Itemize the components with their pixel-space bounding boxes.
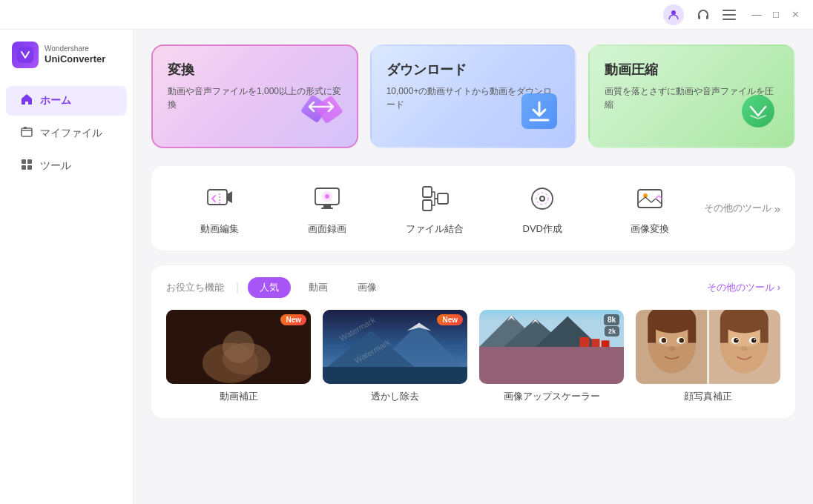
badge-8k: 8k [604,314,619,325]
thumb-face-img [636,310,780,384]
compress-icon [734,87,782,135]
sidebar-item-myfiles[interactable]: マイファイル [6,119,127,148]
svg-point-74 [751,338,757,343]
myfiles-icon [21,126,33,141]
title-bar: — □ ✕ [0,0,813,30]
file-merge-icon-box [417,181,452,216]
download-card[interactable]: ダウンロード 10,000+の動画サイトから動画をダウンロード [370,44,577,148]
logo-text: Wondershare UniConverter [45,44,105,65]
svg-point-73 [734,338,739,343]
svg-point-63 [679,338,685,343]
sidebar-item-tools-label: ツール [40,159,71,173]
tab-image[interactable]: 画像 [346,277,389,298]
svg-rect-22 [423,187,432,197]
svg-rect-23 [423,200,432,210]
thumb-watermark-remove[interactable]: Watermark Watermark New 透かし除去 [323,310,467,403]
sidebar-item-tools[interactable]: ツール [6,151,127,181]
thumb-video-correction-img: New [166,310,311,384]
logo-icon [12,42,39,68]
tool-file-merge[interactable]: ファイル結合 [381,181,489,236]
tool-image-convert[interactable]: 画像変換 [596,181,704,236]
svg-rect-41 [323,367,467,384]
face-correction-label: 顔写真補正 [636,390,780,403]
feature-cards: 変換 動画や音声ファイルを1,000以上の形式に変換 [151,44,795,148]
more-tools-label: その他のツール [704,202,771,215]
tool-video-edit-label: 動画編集 [200,222,239,236]
menu-icon[interactable] [723,8,736,21]
image-convert-icon-box [632,181,668,216]
svg-point-0 [671,10,676,15]
svg-rect-7 [22,159,26,164]
svg-rect-24 [438,193,448,204]
tab-video[interactable]: 動画 [297,277,340,298]
video-edit-icon-box [202,181,237,216]
tab-popular[interactable]: 人気 [248,277,291,298]
svg-rect-59 [688,319,696,343]
tool-image-convert-label: 画像変換 [631,222,669,236]
compress-title: 動画圧縮 [605,61,779,79]
convert-icon [297,87,345,135]
sidebar-item-myfiles-label: マイファイル [40,127,102,140]
tool-file-merge-label: ファイル結合 [406,222,464,236]
home-icon [21,93,33,108]
svg-point-76 [754,339,755,340]
svg-rect-8 [27,159,32,164]
close-button[interactable]: ✕ [789,9,801,21]
tabs-more-label[interactable]: その他のツール › [707,281,780,294]
main-content: 変換 動画や音声ファイルを1,000以上の形式に変換 [134,30,813,504]
logo-product: UniConverter [45,53,105,65]
svg-rect-2 [723,14,736,16]
user-icon[interactable] [663,4,684,25]
tool-dvd-create[interactable]: DVD作成 [489,181,596,236]
thumb-face-correction[interactable]: 顔写真補正 [636,310,780,403]
svg-rect-3 [723,19,736,20]
svg-rect-5 [22,128,32,136]
logo-area: Wondershare UniConverter [0,42,133,83]
sidebar-item-home[interactable]: ホーム [6,86,127,116]
useful-label: お役立ち機能 [166,281,224,294]
headset-icon[interactable] [693,4,714,25]
svg-point-77 [741,346,748,351]
svg-rect-52 [479,347,624,384]
svg-rect-51 [602,340,610,347]
image-upscaler-label: 画像アップスケーラー [479,390,624,403]
video-correction-new-badge: New [280,314,306,325]
compress-card[interactable]: 動画圧縮 画質を落とさずに動画や音声ファイルを圧縮 [588,44,795,148]
tool-screen-record-label: 画面録画 [308,222,346,236]
watermark-new-badge: New [437,314,463,325]
more-tools[interactable]: その他のツール » [704,202,780,215]
svg-rect-4 [17,47,33,63]
svg-point-75 [736,339,737,340]
tool-video-edit[interactable]: 動画編集 [166,181,274,236]
watermark-remove-label: 透かし除去 [323,390,467,403]
maximize-button[interactable]: □ [770,9,782,21]
svg-point-28 [541,197,544,200]
svg-rect-18 [323,205,331,208]
tools-icon [21,159,33,173]
svg-rect-49 [579,337,589,347]
download-icon [516,87,563,135]
svg-rect-9 [22,165,26,170]
logo-brand: Wondershare [45,44,105,53]
convert-title: 変換 [168,61,342,79]
window-controls: — □ ✕ [751,9,801,21]
thumb-video-correction[interactable]: New 動画補正 [166,310,311,403]
app-container: Wondershare UniConverter ホーム マイファイル [0,30,813,504]
video-correction-label: 動画補正 [166,390,311,403]
tools-row: 動画編集 画面録画 [151,166,795,251]
tool-screen-record[interactable]: 画面録画 [274,181,381,236]
dvd-create-icon-box [524,181,560,216]
svg-rect-30 [638,190,662,208]
convert-card[interactable]: 変換 動画や音声ファイルを1,000以上の形式に変換 [151,44,358,148]
sidebar: Wondershare UniConverter ホーム マイファイル [0,30,134,504]
thumb-image-upscaler[interactable]: 8k 2k 画像アップスケーラー [479,310,624,403]
svg-rect-1 [723,10,736,11]
minimize-button[interactable]: — [751,9,763,21]
svg-rect-6 [24,127,27,129]
sidebar-item-home-label: ホーム [40,94,71,107]
more-tools-chevron: » [774,202,780,215]
svg-rect-69 [720,319,728,343]
svg-rect-19 [321,208,333,209]
thumb-watermark-img: Watermark Watermark New [323,310,467,384]
svg-point-21 [325,194,329,199]
